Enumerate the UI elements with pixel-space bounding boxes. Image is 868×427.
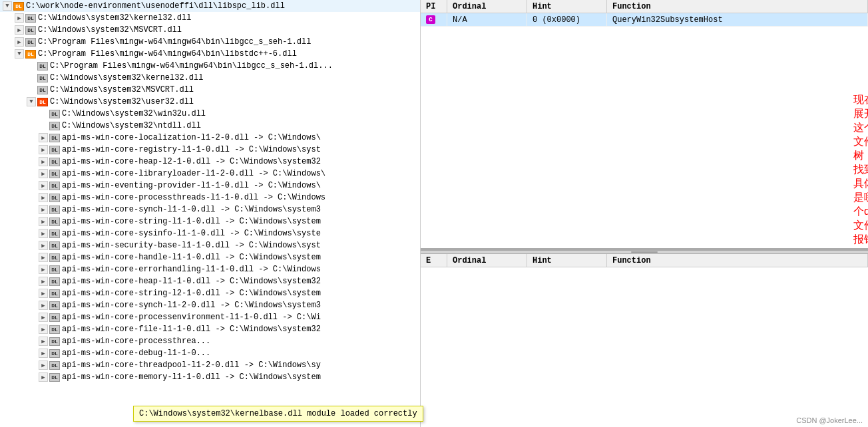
tree-item-label: api-ms-win-core-processthrea... — [62, 337, 210, 346]
tree-item[interactable]: ▶DLC:\Program Files\mingw-w64\mingw64\bi… — [0, 36, 420, 48]
tree-item[interactable]: ▶DLapi-ms-win-core-string-l2-1-0.dll -> … — [0, 287, 420, 299]
tree-item[interactable]: ▶DLapi-ms-win-core-heap-l2-1-0.dll -> C:… — [0, 156, 420, 168]
expand-placeholder — [27, 61, 36, 71]
tree-item-label: api-ms-win-security-base-l1-1-0.dll -> C… — [62, 241, 321, 250]
tree-item-label: C:\Program Files\mingw-w64\mingw64\bin\l… — [38, 37, 311, 47]
imports-table-body: cN/A0 (0x0000)QueryWin32SubsystemHost — [421, 13, 868, 248]
tree-item[interactable]: DLC:\Windows\system32\ntdll.dll — [0, 120, 420, 132]
tree-item-label: C:\Windows\system32\MSVCRT.dll — [50, 85, 194, 94]
expand-btn[interactable]: ▶ — [39, 289, 48, 298]
dll-icon: DL — [49, 182, 60, 190]
tree-item[interactable]: DLC:\Program Files\mingw-w64\mingw64\bin… — [0, 60, 420, 72]
expand-btn[interactable]: ▶ — [39, 301, 48, 310]
tree-item-label: api-ms-win-core-libraryloader-l1-2-0.dll… — [62, 169, 326, 178]
expand-btn[interactable]: ▶ — [15, 25, 24, 35]
dll-icon: DL — [49, 229, 60, 238]
exports-table-header: E Ordinal Hint Function — [421, 254, 868, 267]
expand-btn[interactable]: ▼ — [15, 49, 24, 59]
dll-icon: DL — [49, 253, 60, 262]
expand-btn[interactable]: ▶ — [15, 37, 24, 47]
pi-badge: c — [426, 15, 435, 24]
expand-btn[interactable]: ▶ — [39, 253, 48, 262]
expand-btn[interactable]: ▶ — [39, 372, 48, 382]
tree-item[interactable]: ▶DLapi-ms-win-core-file-l1-1-0.dll -> C:… — [0, 323, 420, 335]
tree-item[interactable]: ▶DLapi-ms-win-core-synch-l1-2-0.dll -> C… — [0, 299, 420, 311]
tree-item[interactable]: ▶DLapi-ms-win-core-registry-l1-1-0.dll -… — [0, 144, 420, 156]
function-cell: QueryWin32SubsystemHost — [607, 13, 868, 26]
expand-btn[interactable]: ▶ — [39, 313, 48, 322]
dll-icon: DL — [49, 146, 60, 154]
dll-icon: DL — [25, 38, 36, 47]
tree-item[interactable]: ▶DLC:\Windows\system32\kernel32.dll — [0, 12, 420, 24]
tree-item[interactable]: ▶DLapi-ms-win-core-synch-l1-1-0.dll -> C… — [0, 204, 420, 215]
tree-item[interactable]: ▶DLapi-ms-win-core-debug-l1-1-0... — [0, 347, 420, 359]
tree-item-label: C:\Program Files\mingw-w64\mingw64\bin\l… — [50, 61, 333, 71]
tree-item-label: api-ms-win-core-localization-l1-2-0.dll … — [62, 133, 321, 142]
imports-table-row[interactable]: cN/A0 (0x0000)QueryWin32SubsystemHost — [421, 13, 868, 27]
tree-item[interactable]: ▶DLapi-ms-win-core-string-l1-1-0.dll -> … — [0, 215, 420, 227]
expand-btn[interactable]: ▶ — [39, 265, 48, 274]
dll-icon: DL — [49, 265, 60, 274]
tree-item-label: C:\Program Files\mingw-w64\mingw64\bin\l… — [38, 49, 297, 59]
expand-btn[interactable]: ▶ — [39, 349, 48, 358]
tree-item[interactable]: ▼DLC:\Program Files\mingw-w64\mingw64\bi… — [0, 48, 420, 60]
status-tooltip: C:\Windows\system32\kernelbase.dll modul… — [133, 406, 423, 422]
expand-btn[interactable]: ▶ — [15, 13, 24, 23]
dll-icon: DL — [49, 277, 60, 286]
expand-btn[interactable]: ▼ — [27, 97, 36, 106]
tree-item[interactable]: ▶DLapi-ms-win-core-errorhandling-l1-1-0.… — [0, 263, 420, 275]
tree-item[interactable]: ▶DLapi-ms-win-security-base-l1-1-0.dll -… — [0, 239, 420, 251]
tree-item[interactable]: ▶DLapi-ms-win-core-processthrea... — [0, 335, 420, 347]
expand-btn[interactable]: ▶ — [39, 217, 48, 226]
expand-btn[interactable]: ▶ — [39, 181, 48, 190]
expand-btn[interactable]: ▼ — [3, 1, 12, 11]
tree-item[interactable]: ▶DLapi-ms-win-core-processenvironment-l1… — [0, 311, 420, 323]
tree-item[interactable]: ▶DLapi-ms-win-core-localization-l1-2-0.d… — [0, 132, 420, 144]
dependency-tree[interactable]: ▼DLC:\work\node-environment\usenodeffi\d… — [0, 0, 420, 427]
dll-icon: DL — [49, 158, 60, 166]
tree-item-label: api-ms-win-core-handle-l1-1-0.dll -> C:\… — [62, 253, 321, 262]
expand-placeholder — [39, 121, 48, 130]
tree-item-label: api-ms-win-eventing-provider-l1-1-0.dll … — [62, 181, 321, 190]
tree-item[interactable]: ▼DLC:\work\node-environment\usenodeffi\d… — [0, 0, 420, 12]
dll-icon: DL — [25, 50, 36, 59]
tree-item-label: api-ms-win-core-synch-l1-2-0.dll -> C:\W… — [62, 301, 321, 310]
tree-item[interactable]: ▶DLC:\Windows\system32\MSVCRT.dll — [0, 24, 420, 36]
tree-item[interactable]: ▶DLapi-ms-win-core-processthreads-l1-1-0… — [0, 192, 420, 204]
expand-btn[interactable]: ▶ — [39, 337, 48, 346]
dll-icon: DL — [49, 134, 60, 142]
expand-btn[interactable]: ▶ — [39, 157, 48, 166]
tree-item[interactable]: ▶DLapi-ms-win-core-libraryloader-l1-2-0.… — [0, 168, 420, 180]
tree-item[interactable]: DLC:\Windows\system32\MSVCRT.dll — [0, 84, 420, 96]
expand-btn[interactable]: ▶ — [39, 169, 48, 178]
tree-item[interactable]: ▶DLapi-ms-win-core-heap-l1-1-0.dll -> C:… — [0, 275, 420, 287]
tree-item-label: C:\Windows\system32\win32u.dll — [62, 109, 206, 118]
tree-item-label: api-ms-win-core-errorhandling-l1-1-0.dll… — [62, 265, 321, 274]
tree-item[interactable]: ▶DLapi-ms-win-core-threadpool-l1-2-0.dll… — [0, 359, 420, 371]
tree-item[interactable]: DLC:\Windows\system32\win32u.dll — [0, 108, 420, 120]
expand-placeholder — [39, 109, 48, 118]
tree-item[interactable]: ▶DLapi-ms-win-core-memory-l1-1-0.dll -> … — [0, 371, 420, 383]
dll-icon: DL — [49, 122, 60, 130]
tree-item-label: api-ms-win-core-string-l1-1-0.dll -> C:\… — [62, 217, 321, 226]
dll-icon: DL — [37, 86, 48, 94]
tree-item[interactable]: DLC:\Windows\system32\kernel32.dll — [0, 72, 420, 84]
expand-btn[interactable]: ▶ — [39, 229, 48, 238]
dll-icon: DL — [49, 194, 60, 202]
expand-btn[interactable]: ▶ — [39, 325, 48, 334]
expand-btn[interactable]: ▶ — [39, 145, 48, 154]
tree-item[interactable]: ▶DLapi-ms-win-core-handle-l1-1-0.dll -> … — [0, 251, 420, 263]
expand-btn[interactable]: ▶ — [39, 360, 48, 370]
expand-btn[interactable]: ▶ — [39, 133, 48, 142]
expand-btn[interactable]: ▶ — [39, 277, 48, 286]
tree-item-label: C:\Windows\system32\kernel32.dll — [50, 73, 203, 82]
tree-item[interactable]: ▶DLapi-ms-win-core-sysinfo-l1-1-0.dll ->… — [0, 227, 420, 239]
tree-item[interactable]: ▼DLC:\Windows\system32\user32.dll — [0, 96, 420, 108]
tree-item[interactable]: ▶DLapi-ms-win-eventing-provider-l1-1-0.d… — [0, 180, 420, 192]
tree-item-label: api-ms-win-core-synch-l1-1-0.dll -> C:\W… — [62, 205, 321, 214]
expand-btn[interactable]: ▶ — [39, 205, 48, 214]
tree-item-label: api-ms-win-core-memory-l1-1-0.dll -> C:\… — [62, 372, 321, 382]
expand-btn[interactable]: ▶ — [39, 193, 48, 202]
dll-icon: DL — [25, 14, 36, 23]
expand-btn[interactable]: ▶ — [39, 241, 48, 250]
